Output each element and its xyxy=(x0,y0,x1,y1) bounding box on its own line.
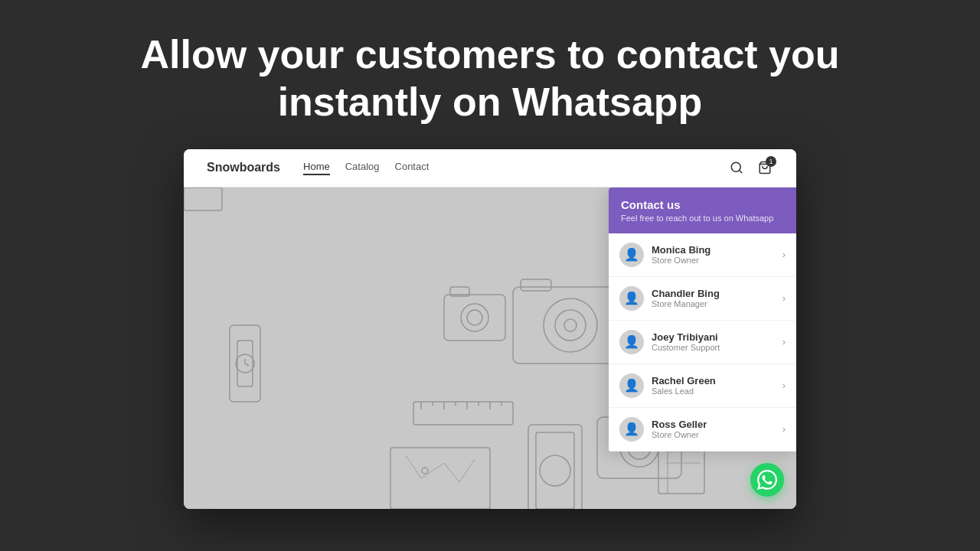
contact-info-joey: Joey Tribiyani Customer Support xyxy=(652,331,782,352)
headline-line2: instantly on Whatsapp xyxy=(278,80,703,124)
contact-item-joey[interactable]: 👤 Joey Tribiyani Customer Support › xyxy=(609,321,796,364)
contact-info-chandler: Chandler Bing Store Manager xyxy=(652,288,782,308)
svg-point-30 xyxy=(555,310,586,341)
nav-link-contact[interactable]: Contact xyxy=(395,161,430,175)
svg-rect-34 xyxy=(444,295,505,341)
svg-rect-15 xyxy=(413,402,513,425)
contact-name-rachel: Rachel Green xyxy=(652,375,782,386)
main-headline: Allow your customers to contact you inst… xyxy=(79,0,900,149)
svg-point-14 xyxy=(540,455,570,486)
contact-role-chandler: Store Manager xyxy=(652,299,782,308)
contact-info-monica: Monica Bing Store Owner xyxy=(652,244,782,265)
contact-name-ross: Ross Geller xyxy=(652,419,782,430)
panel-subtitle: Feel free to reach out to us on Whatsapp xyxy=(621,214,784,223)
store-nav-icons: 1 xyxy=(728,159,773,176)
contact-role-joey: Customer Support xyxy=(652,343,782,352)
browser-mockup: Snowboards Home Catalog Contact 1 xyxy=(184,149,796,509)
store-nav-links: Home Catalog Contact xyxy=(303,161,728,175)
avatar-chandler: 👤 xyxy=(619,286,644,311)
svg-line-7 xyxy=(245,364,249,366)
contact-role-monica: Store Owner xyxy=(652,256,782,265)
contact-name-monica: Monica Bing xyxy=(652,244,782,256)
contact-info-ross: Ross Geller Store Owner xyxy=(652,419,782,439)
chevron-right-icon: › xyxy=(782,249,786,260)
search-icon[interactable] xyxy=(728,159,745,176)
contact-item-chandler[interactable]: 👤 Chandler Bing Store Manager › xyxy=(609,277,796,321)
avatar-monica: 👤 xyxy=(619,243,644,267)
avatar-rachel: 👤 xyxy=(619,373,644,398)
svg-point-29 xyxy=(544,298,597,352)
contact-item-rachel[interactable]: 👤 Rachel Green Sales Lead › xyxy=(609,364,796,408)
cart-badge: 1 xyxy=(766,156,776,167)
svg-line-1 xyxy=(739,171,741,173)
contact-name-chandler: Chandler Bing xyxy=(652,288,782,299)
contact-info-rachel: Rachel Green Sales Lead xyxy=(652,375,782,396)
chevron-right-icon: › xyxy=(782,336,786,347)
avatar-joey: 👤 xyxy=(619,330,644,354)
store-logo: Snowboards xyxy=(207,161,280,174)
svg-point-36 xyxy=(467,310,482,325)
whatsapp-fab-button[interactable] xyxy=(750,463,784,497)
contact-item-ross[interactable]: 👤 Ross Geller Store Owner › xyxy=(609,408,796,452)
cart-icon[interactable]: 1 xyxy=(756,159,773,176)
store-navbar: Snowboards Home Catalog Contact 1 xyxy=(184,149,796,187)
store-content: Contact us Feel free to reach out to us … xyxy=(184,187,796,509)
svg-point-31 xyxy=(564,319,577,331)
svg-rect-32 xyxy=(521,279,551,291)
panel-title: Contact us xyxy=(621,198,784,211)
contact-role-rachel: Sales Lead xyxy=(652,386,782,396)
headline-line1: Allow your customers to contact you xyxy=(140,32,839,77)
whatsapp-contact-panel: Contact us Feel free to reach out to us … xyxy=(609,187,796,452)
avatar-ross: 👤 xyxy=(619,417,644,442)
contact-list: 👤 Monica Bing Store Owner › 👤 Chandler B… xyxy=(609,233,796,452)
chevron-right-icon: › xyxy=(782,292,786,304)
contact-name-joey: Joey Tribiyani xyxy=(652,331,782,343)
svg-point-35 xyxy=(461,304,488,331)
svg-rect-45 xyxy=(184,187,222,210)
svg-point-51 xyxy=(422,468,428,474)
chevron-right-icon: › xyxy=(782,423,786,435)
nav-link-catalog[interactable]: Catalog xyxy=(345,161,380,175)
contact-item-monica[interactable]: 👤 Monica Bing Store Owner › xyxy=(609,233,796,277)
svg-rect-13 xyxy=(536,432,574,509)
nav-link-home[interactable]: Home xyxy=(303,161,330,175)
chevron-right-icon: › xyxy=(782,380,786,391)
svg-rect-50 xyxy=(390,448,490,509)
panel-header: Contact us Feel free to reach out to us … xyxy=(609,187,796,233)
contact-role-ross: Store Owner xyxy=(652,430,782,439)
